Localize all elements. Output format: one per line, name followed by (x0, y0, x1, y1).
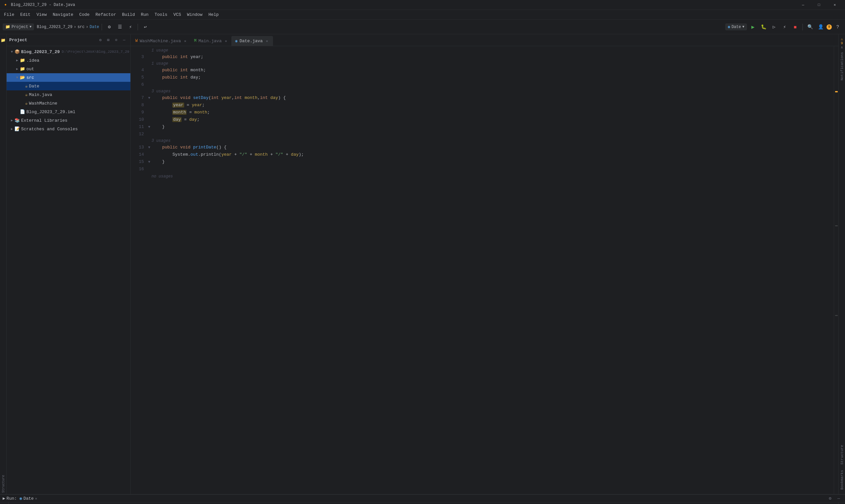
titlebar: 🔸 Blog_J2023_7_29 - Date.java — □ ✕ (0, 0, 845, 10)
line-code-9: month = month; (152, 109, 210, 116)
line-number-15: 15 (133, 158, 146, 166)
minimize-button[interactable]: — (795, 0, 811, 10)
tab-main[interactable]: M Main.java ✕ (191, 36, 231, 46)
date-tab-icon: ◉ (235, 39, 237, 43)
menu-refactor[interactable]: Refactor (93, 11, 119, 18)
menu-vcs[interactable]: VCS (171, 11, 183, 18)
run-config-dropdown[interactable]: ◉ Date ▼ (725, 23, 747, 30)
fold-15[interactable]: ▼ (146, 158, 152, 166)
tree-item-scratches[interactable]: ▶ 📝 Scratches and Consoles (6, 125, 130, 133)
expand-all-icon[interactable]: ⊞ (105, 37, 112, 44)
menu-edit[interactable]: Edit (17, 11, 33, 18)
tree-item-iml[interactable]: 📄 Blog_J2023_7_29.iml (6, 108, 130, 116)
fold-11[interactable]: ▼ (146, 123, 152, 131)
breadcrumb-file[interactable]: Date (89, 25, 99, 29)
scroll-from-source-icon[interactable]: ⊙ (112, 37, 120, 44)
menu-build[interactable]: Build (120, 11, 138, 18)
scratches-icon: 📝 (15, 126, 20, 132)
run-minimize-icon[interactable]: — (835, 495, 842, 502)
run-bookmarks-label[interactable]: Bookmarks (839, 502, 845, 504)
tab-label-washmachine: WashMachine.java (140, 39, 181, 43)
tree-label-date: Date (29, 84, 39, 89)
menu-code[interactable]: Code (76, 11, 92, 18)
editor-line-5: 5 public int day; (133, 74, 834, 81)
debug-button[interactable]: 🐛 (759, 22, 768, 32)
line-code-8: year = year; (152, 102, 205, 109)
tree-item-idea[interactable]: ▶ 📁 .idea (6, 56, 130, 65)
editor-line-11: 11 ▼ } (133, 123, 834, 131)
maximize-button[interactable]: □ (811, 0, 827, 10)
tree-item-extlibs[interactable]: ▶ 📚 External Libraries (6, 116, 130, 125)
notifications-label[interactable]: Notifications (840, 50, 844, 83)
close-button[interactable]: ✕ (827, 0, 842, 10)
tab-close-washmachine[interactable]: ✕ (183, 39, 188, 43)
breadcrumb-project[interactable]: Blog_J2023_7_29 (37, 25, 72, 29)
tree-item-src[interactable]: ▼ 📂 src (6, 73, 130, 82)
extlibs-icon: 📚 (15, 118, 20, 123)
breadcrumb: Blog_J2023_7_29 › src › Date (37, 25, 99, 29)
gear-icon[interactable]: ⚙ (97, 37, 104, 44)
editor-scrollbar-gutter[interactable] (834, 46, 839, 494)
run-settings-icon[interactable]: ⚙ (827, 495, 834, 502)
menu-run[interactable]: Run (138, 11, 151, 18)
menu-tools[interactable]: Tools (152, 11, 170, 18)
tab-date[interactable]: ◉ Date.java ✕ (231, 36, 272, 46)
no-usages-text: no usages (152, 173, 173, 180)
run-tab-date[interactable]: ◉ Date ✕ (19, 496, 37, 501)
menu-file[interactable]: File (1, 11, 17, 18)
menu-help[interactable]: Help (206, 11, 221, 18)
bookmark-button[interactable]: ⚡ (126, 22, 135, 32)
structure-label[interactable]: Structure (839, 443, 845, 466)
tree-arrow-extlibs: ▶ (9, 119, 15, 122)
menu-navigate[interactable]: Navigate (50, 11, 76, 18)
tree-label-washmachine: WashMachine (29, 101, 57, 106)
menu-view[interactable]: View (34, 11, 49, 18)
tab-washmachine[interactable]: W WashMachine.java ✕ (132, 36, 191, 46)
structure-button[interactable]: ☰ (115, 22, 124, 32)
idea-folder-icon: 📁 (20, 58, 25, 63)
fold-13[interactable]: ▼ (146, 144, 152, 151)
right-vert-tools: Structure Bookmarks (839, 443, 845, 494)
bookmarks-label[interactable]: Bookmarks (839, 468, 845, 491)
search-button[interactable]: 🔍 (805, 22, 815, 32)
tree-item-date[interactable]: ☕ Date (6, 82, 130, 90)
structure-sidebar-icon[interactable]: Structure (0, 466, 6, 493)
coverage-button[interactable]: ▷ (770, 22, 779, 32)
main-layout: 📁 Structure Project ⚙ ⊞ ⊙ — ▼ 📦 Blog_J20… (0, 34, 845, 494)
profile-button[interactable]: ⚡ (780, 22, 789, 32)
collapse-panel-icon[interactable]: — (121, 37, 128, 44)
notifications-badge[interactable]: 9 (827, 24, 832, 30)
settings-button[interactable]: ⚙ (105, 22, 114, 32)
run-panel: ▶ Run: ◉ Date ✕ ⚙ — ▶ ⚙ ◼ ≡ ↵ 🖨 🗑 📌 (0, 494, 845, 504)
editor-line-8: 8 year = year; (133, 102, 834, 109)
line-code-12 (152, 131, 155, 138)
user-button[interactable]: 👤 (816, 22, 825, 32)
tree-item-project[interactable]: ▼ 📦 Blog_J2023_7_29 D:\Project\JAVA\Blog… (6, 48, 130, 56)
tree-item-washmachine[interactable]: ☕ WashMachine (6, 99, 130, 108)
code-content[interactable]: 1 usage 3 public int year; 1 usage (131, 46, 834, 494)
undo-button[interactable]: ↩ (141, 22, 150, 32)
run-output[interactable]: "C:\Program Files\Java\jdk1.8.0_192\bin\… (8, 502, 839, 504)
line-number-5: 5 (133, 74, 146, 81)
run-button[interactable]: ▶ (748, 22, 758, 32)
stop-button[interactable]: ◼ (791, 22, 800, 32)
tab-close-main[interactable]: ✕ (224, 39, 228, 43)
tree-item-out[interactable]: ▶ 📁 out (6, 65, 130, 73)
project-sidebar-icon[interactable]: 📁 (0, 37, 6, 43)
out-folder-icon: 📁 (20, 66, 25, 72)
editor-line-13: 13 ▼ public void printDate() { (133, 144, 834, 151)
menu-window[interactable]: Window (184, 11, 205, 18)
run-tab-icon: ◉ (19, 496, 22, 501)
tree-label-main: Main.java (29, 92, 52, 97)
line-code-14: System.out.println(year + "/" + month + … (152, 151, 304, 158)
tree-item-main[interactable]: ☕ Main.java (6, 90, 130, 99)
fold-7[interactable]: ▼ (146, 94, 152, 102)
tab-close-date[interactable]: ✕ (265, 39, 269, 43)
help-button[interactable]: ? (833, 22, 842, 32)
tree-label-src: src (27, 75, 34, 80)
chevron-up-icon[interactable]: ∧ (841, 45, 843, 50)
breadcrumb-src[interactable]: src (77, 25, 85, 29)
run-tab-close[interactable]: ✕ (35, 497, 37, 501)
titlebar-left: 🔸 Blog_J2023_7_29 - Date.java (3, 2, 75, 7)
project-dropdown[interactable]: 📁 Project ▼ (3, 23, 34, 30)
